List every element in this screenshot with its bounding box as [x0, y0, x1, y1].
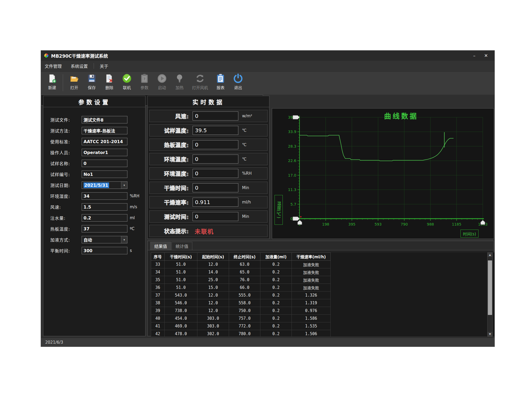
- realtime-data-panel: 实时数据 风速:w/m²试样温度:℃热板温度:℃环境温度:℃环境湿度:%RH干燥…: [147, 96, 269, 239]
- sample-no-input[interactable]: [82, 171, 127, 178]
- cell-5: 加液失败: [292, 261, 331, 268]
- cell-0: 37: [151, 292, 165, 299]
- cell-5: 1.326: [292, 292, 331, 299]
- table-row[interactable]: 38546.012.0558.00.21.319: [151, 299, 331, 307]
- menu-system-settings[interactable]: 系统设置: [71, 63, 88, 69]
- menu-about[interactable]: 关于: [100, 63, 108, 69]
- realtime-status-label: 状态提示:: [152, 227, 189, 235]
- test-method-input[interactable]: [82, 127, 127, 134]
- param-row-sample-name: 试样名称:: [43, 159, 145, 167]
- window-title: MB290C干燥速率测试系统: [51, 52, 108, 59]
- balance-time-input[interactable]: [82, 247, 127, 254]
- online-button[interactable]: 联机: [118, 73, 135, 90]
- realtime-drying-time-value[interactable]: [193, 183, 238, 192]
- table-row[interactable]: 3351.012.063.00.2加液失败: [151, 261, 331, 268]
- test-file-input[interactable]: [82, 116, 127, 123]
- table-row[interactable]: 39738.012.0750.00.20.976: [151, 307, 331, 315]
- param-row-ambient-humidity: 环境湿度:%RH: [43, 192, 145, 200]
- new-button[interactable]: 新建: [44, 73, 61, 90]
- realtime-drying-rate-value[interactable]: [193, 198, 238, 207]
- start-play-icon: [157, 73, 167, 84]
- cell-4: 0.2: [260, 268, 292, 276]
- y-axis-top-handle[interactable]: [293, 115, 300, 119]
- minimize-button[interactable]: –: [468, 53, 480, 58]
- dosing-mode-select[interactable]: 自动▾: [82, 236, 127, 243]
- realtime-wind-speed-unit: w/m²: [242, 114, 261, 118]
- table-row[interactable]: 3551.025.076.00.2加液失败: [151, 276, 331, 284]
- cell-4: 0.2: [260, 299, 292, 307]
- menu-file-management[interactable]: 文件管理: [45, 63, 62, 69]
- realtime-sample-temp-value[interactable]: [193, 126, 238, 135]
- table-row[interactable]: 40454.0303.0757.00.21.586: [151, 315, 331, 322]
- realtime-group-ambient-temp: 环境温度:℃: [149, 153, 268, 165]
- realtime-hotplate-temp-value[interactable]: [193, 140, 238, 149]
- x-tick-label: 593: [375, 222, 382, 226]
- open-button[interactable]: 打开: [66, 73, 83, 90]
- y-axis-bottom-handle[interactable]: [293, 217, 300, 221]
- realtime-ambient-temp-value[interactable]: [193, 155, 238, 164]
- dosing-mode-dropdown-arrow-icon[interactable]: ▾: [121, 236, 127, 243]
- scrollbar-thumb[interactable]: [488, 260, 492, 315]
- realtime-group-test-time: 测试时间:Min: [149, 210, 268, 223]
- realtime-data-title: 实时数据: [192, 97, 224, 106]
- sample-name-input[interactable]: [82, 160, 127, 167]
- table-row[interactable]: 42478.0302.0780.00.21.506: [151, 330, 331, 337]
- status-date: 2021/6/3: [45, 340, 63, 345]
- balance-time-unit: s: [130, 248, 132, 253]
- param-label-test-date: 测试日期:: [50, 182, 82, 188]
- realtime-label-hotplate-temp: 热板温度:: [152, 141, 189, 149]
- column-header-0: 序号: [151, 253, 165, 261]
- param-label-operator: 操作人员:: [50, 149, 82, 156]
- svg-text:?: ?: [143, 77, 146, 81]
- realtime-ambient-humidity-value[interactable]: [193, 169, 238, 178]
- standard-input[interactable]: [82, 138, 127, 145]
- scrollbar-down-icon[interactable]: ▼: [488, 332, 492, 336]
- close-button[interactable]: ✕: [480, 53, 492, 58]
- realtime-wind-speed-value[interactable]: [193, 111, 238, 120]
- results-panel: 结果值 统计值 序号干燥时间(s)起始时间(s)终止时间(s)加液量(ml)干燥…: [147, 241, 494, 336]
- cell-2: 12.0: [197, 261, 229, 268]
- save-floppy-icon: [86, 73, 97, 84]
- operator-input[interactable]: [82, 149, 127, 156]
- hotplate-temp-input[interactable]: [82, 225, 127, 232]
- results-scrollbar[interactable]: ▲ ▼: [487, 252, 493, 336]
- x-axis-left-handle[interactable]: [298, 220, 302, 225]
- fan-refresh-icon: [195, 73, 205, 84]
- cell-1: 478.0: [165, 330, 197, 337]
- cell-2: 14.0: [197, 268, 229, 276]
- param-row-balance-time: 平衡时间:s: [43, 247, 145, 255]
- x-axis-right-handle[interactable]: [481, 220, 485, 225]
- realtime-label-test-time: 测试时间:: [152, 213, 189, 221]
- wind-speed-input[interactable]: [82, 203, 127, 211]
- scrollbar-up-icon[interactable]: ▲: [488, 253, 492, 257]
- report-button[interactable]: 报表: [212, 73, 229, 90]
- param-row-sample-no: 试样编号:: [43, 170, 145, 178]
- test-date-dropdown-arrow-icon[interactable]: ▾: [121, 182, 127, 189]
- table-row[interactable]: 41469.0303.0772.00.21.535: [151, 322, 331, 330]
- cell-0: 35: [151, 276, 165, 284]
- cell-1: 51.0: [165, 276, 197, 284]
- cell-0: 33: [151, 261, 165, 268]
- table-row[interactable]: 37543.012.0555.00.21.326: [151, 292, 331, 299]
- tab-result-values[interactable]: 结果值: [150, 242, 171, 250]
- exit-button[interactable]: 退出: [230, 73, 247, 90]
- realtime-test-time-value[interactable]: [193, 212, 238, 221]
- delete-button[interactable]: 删除: [101, 73, 118, 90]
- table-row[interactable]: 3451.014.065.00.2加液失败: [151, 268, 331, 276]
- tab-statistics[interactable]: 统计值: [172, 242, 192, 250]
- water-volume-input[interactable]: [82, 214, 127, 222]
- test-date-select[interactable]: 2021/5/31▾: [82, 181, 127, 189]
- save-button[interactable]: 保存: [83, 73, 100, 90]
- param-label-ambient-humidity: 环境湿度:: [50, 193, 82, 199]
- table-row[interactable]: 3651.015.066.00.2加液失败: [151, 284, 331, 292]
- ambient-humidity-input[interactable]: [82, 192, 127, 200]
- cell-2: 12.0: [197, 307, 229, 315]
- status-bar: 2021/6/3: [41, 338, 494, 347]
- column-header-2: 起始时间(s): [197, 253, 229, 261]
- realtime-group-ambient-humidity: 环境湿度:%RH: [149, 167, 268, 180]
- cell-2: 12.0: [197, 299, 229, 307]
- realtime-sample-temp-unit: ℃: [242, 128, 261, 133]
- cell-1: 51.0: [165, 284, 197, 292]
- cell-1: 51.0: [165, 261, 197, 268]
- cell-5: 1.506: [292, 330, 331, 337]
